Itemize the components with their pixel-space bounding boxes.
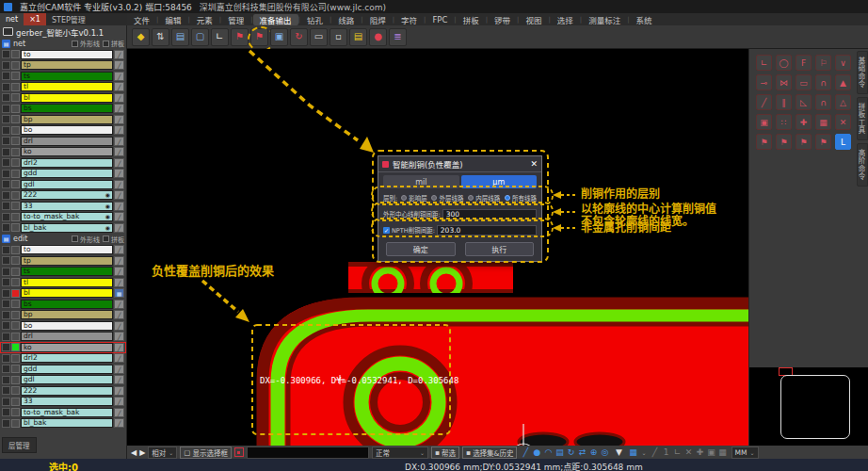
layer-checkbox[interactable]	[2, 72, 10, 80]
layer-name[interactable]: tl	[21, 278, 113, 287]
layer-row-net-to[interactable]: to╱	[0, 49, 126, 60]
layer-row-edit-bl_bak[interactable]: bl_bak╱	[0, 418, 126, 430]
layer-name[interactable]: tp	[21, 60, 113, 70]
layer-name[interactable]: drl	[21, 137, 113, 146]
layer-row-edit-gdd[interactable]: gdd╱	[0, 364, 126, 375]
layer-edit-button[interactable]: ╱	[114, 169, 124, 178]
layer-color-swatch[interactable]	[11, 180, 20, 188]
layer-checkbox[interactable]	[2, 61, 10, 70]
layer-edit-button[interactable]: ╱	[114, 408, 124, 417]
delete-tool[interactable]: ▭	[796, 74, 812, 90]
layer-checkbox[interactable]	[2, 202, 10, 210]
layer-row-edit-gdl[interactable]: gdl╱	[0, 375, 126, 386]
layer-color-swatch[interactable]	[11, 300, 20, 308]
layer-checkbox[interactable]	[2, 180, 10, 188]
layer-name[interactable]: to	[21, 50, 113, 59]
layer-edit-button[interactable]: ╱	[114, 212, 124, 221]
menu-item-测量标注[interactable]: 测量标注	[582, 14, 627, 25]
eraser-tool[interactable]: ●	[369, 28, 387, 46]
panel-col[interactable]: 拼板	[103, 235, 124, 244]
layer-name[interactable]: ko	[21, 343, 113, 352]
layer-color-swatch[interactable]	[11, 365, 20, 373]
menu-item-系统[interactable]: 系统	[630, 14, 659, 25]
layer-edit-button[interactable]: ╱	[114, 115, 124, 124]
layer-row-edit-bo[interactable]: bo╱	[0, 320, 126, 332]
layer-color-swatch[interactable]	[11, 126, 20, 135]
layer-checkbox[interactable]	[2, 268, 10, 276]
layer-edit-button[interactable]: ╱	[114, 147, 124, 156]
layers-icon[interactable]: ▤	[554, 447, 565, 457]
layer-row-net-gdl[interactable]: gdl╱	[0, 179, 126, 190]
layer-checkbox[interactable]	[2, 386, 10, 395]
menu-item-FPC[interactable]: FPC	[426, 15, 454, 24]
menu-item-锣带[interactable]: 锣带	[488, 14, 517, 25]
layer-row-net-tl[interactable]: tl╱	[0, 82, 126, 93]
layer-color-swatch[interactable]	[11, 311, 20, 319]
layer-row-edit-to[interactable]: to╱	[0, 245, 126, 256]
layer-checkbox[interactable]	[2, 354, 10, 363]
layer-row-edit-bl[interactable]: bl▦	[0, 288, 126, 300]
layer-edit-button[interactable]: ╱	[114, 180, 124, 189]
layer-edit-button[interactable]: ╱	[114, 104, 124, 113]
layer-row-edit-33[interactable]: 33╱	[0, 397, 126, 408]
measure-corner-tool[interactable]: ∟	[211, 28, 229, 46]
note-tool[interactable]: ▤	[349, 28, 367, 46]
layer-checkbox[interactable]	[2, 137, 10, 145]
layer-checkbox[interactable]	[2, 191, 10, 200]
project-row[interactable]: gerber_智能小车v0.1.1	[0, 25, 126, 38]
layer-checkbox[interactable]	[2, 246, 10, 254]
layer-color-swatch[interactable]	[11, 50, 20, 58]
line-tool[interactable]: ╱	[756, 94, 772, 110]
layer-name[interactable]: tl	[21, 82, 113, 91]
layer-color-swatch[interactable]	[11, 115, 20, 123]
confirm-button[interactable]: 确定	[386, 242, 456, 256]
pad-tool[interactable]: ⊸	[756, 74, 772, 90]
layer-checkbox[interactable]	[2, 321, 10, 330]
layer-checkbox[interactable]	[2, 115, 10, 123]
menu-item-编辑[interactable]: 编辑	[158, 14, 187, 25]
npth-gap-input[interactable]	[437, 225, 537, 236]
layer-checkbox[interactable]	[2, 170, 10, 178]
layer-color-swatch[interactable]	[11, 61, 20, 70]
layer-row-edit-tl[interactable]: tl╱	[0, 277, 126, 288]
layer-checkbox[interactable]	[2, 213, 10, 221]
add-circle-icon[interactable]: ⊕	[587, 447, 599, 457]
dot-draw-icon[interactable]: ●	[531, 447, 542, 457]
layer-edit-button[interactable]: ╱	[114, 245, 124, 254]
eye-icon[interactable]: ◉	[105, 223, 110, 233]
layer-row-net-ts[interactable]: ts╱	[0, 71, 126, 82]
layer-row-net-tp[interactable]: tp╱	[0, 60, 126, 72]
corner-origin-tool[interactable]: ∟	[756, 55, 772, 71]
layer-checkbox[interactable]	[2, 343, 10, 351]
layer-name[interactable]: gdd	[21, 365, 113, 374]
layer-checkbox[interactable]	[2, 408, 10, 416]
layer-edit-button[interactable]: ╱	[114, 60, 124, 70]
relative-dropdown[interactable]: 相对 ⌄	[148, 447, 177, 459]
right-tab-高阶命令[interactable]: 高阶命令	[857, 143, 868, 187]
layer-checkbox[interactable]	[2, 333, 10, 341]
layer-color-swatch[interactable]	[11, 191, 20, 200]
layer-name[interactable]: to-to_mask_bak◉	[21, 212, 113, 221]
layer-name[interactable]: ts	[21, 267, 113, 276]
layer-checkbox[interactable]	[2, 289, 10, 298]
panel-col-checkbox[interactable]	[103, 236, 109, 242]
menu-item-文件[interactable]: 文件	[127, 14, 156, 25]
radio-option-所有线路[interactable]: 所有线路	[505, 193, 537, 203]
stack-lines-tool[interactable]: ≣	[389, 28, 407, 46]
arc-draw-icon[interactable]: ◠	[542, 447, 554, 457]
layer-name[interactable]: bs	[21, 104, 113, 113]
pcb-canvas[interactable]: 智能削铜(负性覆盖) ✕ milµm 层别: 影响层外层线路内层线路所有线路 外…	[127, 49, 748, 446]
outline-col[interactable]: 外形线	[72, 39, 100, 48]
target-icon[interactable]: ◎	[599, 447, 610, 457]
layer-checkbox[interactable]	[2, 126, 10, 135]
bowtie-tool[interactable]: ⋈	[776, 74, 792, 90]
menu-item-元素[interactable]: 元素	[190, 14, 219, 25]
flag-tool-2[interactable]: ⚑	[776, 134, 792, 150]
layer-color-swatch[interactable]	[11, 376, 20, 384]
show-select-box-button[interactable]: ▢ 显示选择框	[180, 447, 232, 459]
prev-button[interactable]: ◀	[131, 448, 137, 457]
line-draw-icon[interactable]: ╱	[520, 447, 531, 457]
layer-row-edit-drl[interactable]: drl╱	[0, 332, 126, 343]
grid-icon[interactable]: ▦	[717, 447, 729, 457]
open-tool[interactable]: ◆	[132, 28, 150, 46]
